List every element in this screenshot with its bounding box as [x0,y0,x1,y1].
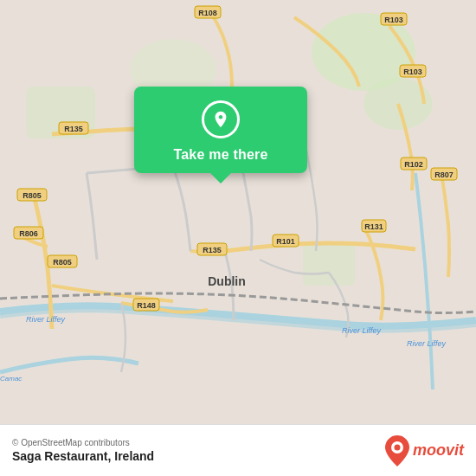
svg-point-40 [394,444,400,450]
svg-text:R101: R101 [276,237,295,246]
svg-text:R131: R131 [364,222,383,231]
svg-text:R807: R807 [434,170,453,179]
svg-text:Dublin: Dublin [208,274,246,288]
location-icon-circle [202,100,240,138]
svg-text:R806: R806 [19,229,38,238]
popup-card[interactable]: Take me there [134,87,307,173]
svg-text:River Liffey: River Liffey [342,326,382,335]
bottom-bar: © OpenStreetMap contributors Saga Restau… [0,424,476,476]
moovit-logo: moovit [385,435,464,466]
svg-text:R805: R805 [53,258,72,267]
location-name: Saga Restaurant, Ireland [12,449,154,463]
svg-text:Camac: Camac [0,375,22,383]
svg-text:River Liffey: River Liffey [407,339,447,348]
svg-text:R103: R103 [403,68,422,76]
bottom-info: © OpenStreetMap contributors Saga Restau… [12,438,154,463]
moovit-pin-icon [385,435,409,466]
location-pin-icon [211,110,230,129]
svg-text:River Liffey: River Liffey [26,315,66,324]
svg-text:R805: R805 [23,191,42,200]
svg-rect-5 [303,242,355,286]
take-me-there-button[interactable]: Take me there [173,147,267,163]
svg-text:R135: R135 [64,125,83,133]
svg-text:R108: R108 [198,9,217,17]
svg-text:R135: R135 [203,246,222,254]
svg-text:R103: R103 [384,16,403,24]
map-container: R135 R135 R805 R805 R806 R101 R135 R148 … [0,0,476,424]
svg-text:R102: R102 [404,160,423,169]
moovit-brand-text: moovit [413,441,464,460]
map-background: R135 R135 R805 R805 R806 R101 R135 R148 … [0,0,476,424]
attribution-text: © OpenStreetMap contributors [12,438,154,447]
svg-text:R148: R148 [137,301,156,310]
